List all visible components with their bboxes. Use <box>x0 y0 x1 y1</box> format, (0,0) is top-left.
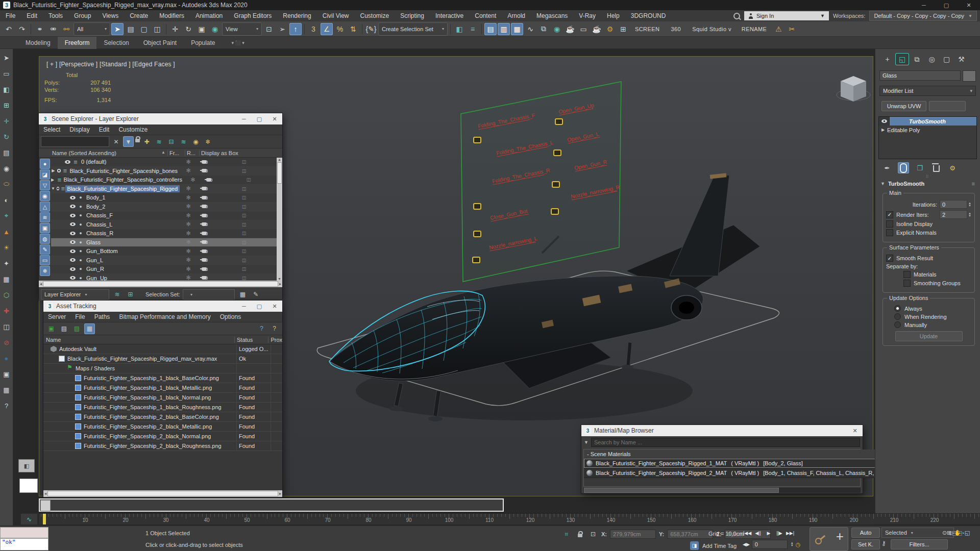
viewport-layout-tab[interactable]: ◧ <box>18 459 35 472</box>
display-as-box-cell[interactable]: ◫ <box>211 266 277 271</box>
sphere-tool-icon[interactable]: ⬭ <box>1 179 12 190</box>
maxscript-mini-listener[interactable]: "ok" <box>0 538 48 550</box>
node-name[interactable]: Black_Futuristic_Fighter_Spaceship_bones <box>67 167 180 174</box>
schematic-view-icon[interactable]: ⧉ <box>537 23 550 35</box>
maximize-button[interactable]: ▢ <box>935 0 958 10</box>
hierarchy-view-icon[interactable]: ⊟ <box>166 136 177 147</box>
expand-arrow-icon[interactable]: ▶ <box>879 128 887 132</box>
node-name[interactable]: Chassis_F <box>84 212 115 219</box>
node-name[interactable]: Gun_L <box>84 257 105 264</box>
move-tool-icon[interactable]: ✛ <box>1 115 12 127</box>
edit-named-selection-sets-icon[interactable]: {✎} <box>365 23 377 35</box>
frozen-toggle[interactable]: ✻ <box>180 257 197 263</box>
filter-xrefs-icon[interactable]: ◍ <box>40 234 50 244</box>
redo-icon[interactable]: ↷ <box>16 23 28 35</box>
light-tool-icon[interactable]: ☀ <box>1 242 12 253</box>
bind-to-space-warp-icon[interactable]: ⚯ <box>60 23 72 35</box>
scene-explorer-row[interactable]: ▼ ≣ Black_Futuristic_Fighter_Spaceship_R… <box>51 185 277 194</box>
frozen-toggle[interactable]: ✻ <box>180 266 197 272</box>
snaps-toggle-icon[interactable]: 3 <box>307 23 320 35</box>
menubar-item[interactable]: Interactive <box>430 10 469 21</box>
node-name[interactable]: Chassis_R <box>84 230 115 237</box>
toggle-layer-explorer-icon[interactable]: ▥ <box>498 23 510 35</box>
maximize-button[interactable]: ▢ <box>252 116 267 122</box>
hide-toggle-icon[interactable]: ◉ <box>190 136 201 147</box>
render-iters-field[interactable]: 2 <box>940 210 967 219</box>
tree-vertical-scrollbar[interactable]: ▲▼ <box>277 158 282 281</box>
angle-snap-icon[interactable]: ∠ <box>321 23 333 35</box>
isoline-display-checkbox[interactable] <box>886 220 893 228</box>
scene-explorer-row[interactable]: ▶ ≣ Black_Futuristic_Fighter_Spaceship_b… <box>51 167 277 176</box>
add-layer-icon[interactable]: ✚ <box>141 136 152 147</box>
menubar-item[interactable]: Rendering <box>277 10 316 21</box>
display-as-box-cell[interactable]: ◫ <box>211 213 277 218</box>
percent-snap-icon[interactable]: % <box>334 23 346 35</box>
asset-tracking-menu-item[interactable]: File <box>70 313 89 320</box>
table-view-icon[interactable]: ▦ <box>84 323 95 334</box>
chevron-down-icon[interactable]: ▼ <box>584 440 589 445</box>
separator[interactable] <box>166 24 166 34</box>
scissors-icon[interactable]: ✂ <box>786 23 798 35</box>
layers-footer-icon[interactable]: ≋ <box>112 289 122 300</box>
ribbon-tab[interactable]: Modeling <box>18 37 58 49</box>
modifier-stack-row-turbosmooth[interactable]: TurboSmooth <box>879 117 976 126</box>
pivot-tool-icon[interactable]: ⌖ <box>1 210 12 221</box>
material-sphere-icon[interactable]: ● <box>1 353 12 364</box>
current-frame-field[interactable]: 0 <box>752 540 788 549</box>
viewport-label[interactable]: [ + ] [Perspective ] [Standard ] [Edged … <box>46 61 175 68</box>
spinner-arrows[interactable]: ▲▼ <box>968 202 971 207</box>
select-tool-icon[interactable]: ➤ <box>1 52 12 63</box>
frozen-toggle[interactable]: ✻ <box>180 230 197 237</box>
separator[interactable] <box>304 24 305 34</box>
renderable-toggle[interactable] <box>197 187 211 190</box>
frozen-toggle[interactable]: ✻ <box>180 194 197 201</box>
select-by-name-icon[interactable]: ▤ <box>125 23 137 35</box>
add-footer-icon[interactable]: ⊞ <box>125 289 136 300</box>
zoom-icon[interactable]: ⊙ <box>942 528 947 538</box>
open-mini-curve-editor-button[interactable]: ∿ <box>20 513 38 525</box>
expand-arrow-icon[interactable]: ▼ <box>51 186 55 191</box>
filter-containers-icon[interactable]: ▭ <box>40 255 50 265</box>
node-name[interactable]: Glass <box>84 239 103 246</box>
frozen-toggle[interactable]: ✻ <box>180 221 197 228</box>
list-view-icon[interactable]: ▤ <box>59 323 69 334</box>
renderable-toggle[interactable] <box>197 196 211 199</box>
scene-explorer-row[interactable]: ● Gun_R ✻ ◫ <box>51 265 277 274</box>
undo-icon[interactable]: ↶ <box>3 23 15 35</box>
material-horizontal-scrollbar[interactable] <box>583 488 861 493</box>
column-display-as-box[interactable]: Display as Box <box>199 150 282 156</box>
modifier-stack-row-editable-poly[interactable]: ▶ Editable Poly <box>879 126 976 134</box>
visibility-eye-icon[interactable] <box>70 222 76 226</box>
transport-button[interactable]: ◀|| <box>753 528 763 538</box>
ribbon-tab[interactable]: Selection <box>96 37 136 49</box>
select-and-scale-icon[interactable]: ▣ <box>195 23 208 35</box>
minimize-button[interactable]: ─ <box>236 303 252 310</box>
frozen-toggle[interactable]: ✻ <box>180 274 197 281</box>
separator[interactable] <box>481 24 482 34</box>
unlink-selection-icon[interactable]: ⚮ <box>47 23 59 35</box>
renderable-toggle[interactable] <box>197 276 211 280</box>
curve-editor-icon[interactable]: ∿ <box>524 23 536 35</box>
renderable-toggle[interactable] <box>197 205 211 208</box>
close-button[interactable]: ✕ <box>267 303 282 310</box>
asset-row[interactable]: Futuristic_Fighter_Spaceship_2_black_Rou… <box>43 441 282 451</box>
menubar-item[interactable]: V-Ray <box>573 10 601 21</box>
refresh-icon[interactable]: ▨ <box>71 323 82 334</box>
toggle-ribbon-icon[interactable]: ▦ <box>511 23 523 35</box>
renderable-toggle[interactable] <box>202 178 216 182</box>
visibility-eye-icon[interactable] <box>70 249 76 253</box>
tree-horizontal-scrollbar[interactable]: ◂▸ <box>39 281 282 287</box>
key-filters-button[interactable]: Filters... <box>891 539 948 549</box>
create-key-button[interactable]: + <box>810 527 848 551</box>
menubar-item[interactable]: Tools <box>43 10 68 21</box>
close-button[interactable]: ✕ <box>847 428 863 434</box>
search-icon[interactable] <box>733 13 740 19</box>
close-button[interactable]: ✕ <box>267 116 282 122</box>
node-name[interactable]: Body_1 <box>84 194 107 201</box>
grid-tool-icon[interactable]: ⊞ <box>1 99 12 111</box>
display-as-box-cell[interactable]: ◫ <box>211 240 277 245</box>
visibility-eye-icon[interactable] <box>57 187 59 190</box>
edit-set-icon[interactable]: ▦ <box>237 289 248 300</box>
menubar-item[interactable]: Group <box>68 10 96 21</box>
visibility-eye-icon[interactable] <box>70 240 76 244</box>
